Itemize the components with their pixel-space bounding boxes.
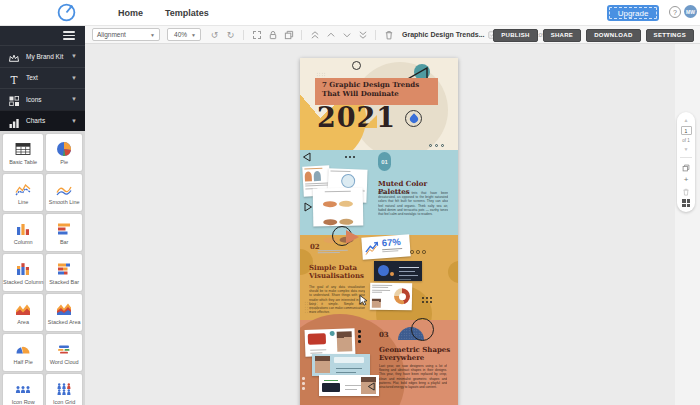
chart-type-word-cloud[interactable]: Word Cloud [46, 334, 82, 371]
toolbar-actions: PUBLISHSHAREDOWNLOADSETTINGS [493, 29, 694, 42]
chart-type-icon-row[interactable]: Icon Row [3, 374, 43, 405]
bring-to-front-icon[interactable] [309, 29, 320, 40]
chart-type-column[interactable]: Column [3, 214, 43, 251]
chart-type-basic-table[interactable]: Basic Table [3, 134, 43, 171]
page-overview-icon[interactable] [682, 199, 690, 207]
send-to-back-icon[interactable] [357, 29, 368, 40]
chart-type-label: Pie [60, 159, 68, 165]
geo-example-card[interactable] [312, 354, 370, 376]
bring-forward-icon[interactable] [325, 29, 336, 40]
undo-icon[interactable]: ↺ [209, 29, 220, 40]
section-body-text[interactable]: The goal of any data visualization shoul… [309, 285, 365, 315]
mustard-circle-deco [448, 261, 458, 283]
palette-example-card[interactable] [313, 188, 364, 227]
triangle-outline-left-icon [367, 382, 376, 391]
chart-type-line[interactable]: Line [3, 174, 43, 211]
ring-outline-shape [411, 318, 434, 341]
chart-type-half-pie[interactable]: Half Pie [3, 334, 43, 371]
sidebar-menu: My Brand Kit▼TText▼Icons▼Charts▼ [0, 45, 85, 131]
icon-grid-chart-icon [56, 381, 72, 397]
settings-button[interactable]: SETTINGS [646, 29, 694, 42]
app-window: HomeTemplates Upgrade ? MW Alignment ▼ 4… [0, 0, 700, 405]
chart-type-stacked-area[interactable]: Stacked Area [46, 294, 82, 331]
stacked-column-chart-icon [15, 261, 31, 277]
infographic-header[interactable]: 7 Graphic Design Trends That Will Domina… [300, 58, 458, 150]
dark-chart-card[interactable] [374, 261, 422, 281]
share-button[interactable]: SHARE [543, 29, 582, 42]
zoom-value: 40% [174, 31, 187, 38]
duplicate-page-icon[interactable] [682, 163, 691, 172]
small-ring-shape [352, 61, 361, 70]
section-geometric-shapes-everywhere[interactable]: 03 Geometric Shapes Everywhere Last year… [300, 320, 458, 405]
page-total-label: of 1 [682, 138, 690, 143]
page-down-icon[interactable]: ▼ [684, 146, 689, 152]
charts-grid: Basic TablePieLineSmooth LineColumnBarSt… [0, 131, 85, 405]
section-heading[interactable]: Simple Data Visualisations [309, 264, 364, 280]
smooth-line-chart-icon [56, 181, 72, 197]
upgrade-button[interactable]: Upgrade [607, 5, 659, 21]
zoom-dropdown[interactable]: 40% ▼ [167, 28, 201, 41]
sidebar-item-text[interactable]: TText▼ [0, 67, 85, 89]
lock-icon[interactable] [267, 29, 278, 40]
chart-type-stacked-bar[interactable]: Stacked Bar [46, 254, 82, 291]
section-body-text[interactable]: Last year, we saw designers using a lot … [379, 364, 447, 398]
alignment-dropdown-label: Alignment [97, 31, 126, 38]
chart-type-label: Word Cloud [50, 359, 79, 365]
infographic-page[interactable]: 7 Graphic Design Trends That Will Domina… [300, 58, 458, 405]
three-rings-deco [410, 250, 426, 254]
sidebar-item-charts[interactable]: Charts▼ [0, 110, 85, 132]
avatar[interactable]: MW [684, 5, 697, 18]
sidebar-item-label: Text [26, 74, 38, 81]
help-button[interactable]: ? [669, 6, 681, 18]
sidebar-item-my-brand-kit[interactable]: My Brand Kit▼ [0, 45, 85, 67]
section-body-text[interactable]: Muted colors are tints that have been de… [378, 191, 448, 223]
divider [375, 30, 376, 40]
download-button[interactable]: DOWNLOAD [586, 29, 640, 42]
chart-type-smooth-line[interactable]: Smooth Line [46, 174, 82, 211]
nav-links: HomeTemplates [118, 0, 209, 26]
brand-logo-icon[interactable] [57, 3, 76, 22]
chevron-down-icon: ▼ [71, 75, 77, 81]
donut-chart-card[interactable] [370, 283, 412, 311]
chart-type-pie[interactable]: Pie [46, 134, 82, 171]
geo-example-card[interactable] [305, 328, 356, 357]
chart-type-label: Icon Row [12, 399, 35, 405]
pie-chart-icon [56, 141, 72, 157]
drop-ring-shape [405, 110, 422, 127]
send-backward-icon[interactable] [341, 29, 352, 40]
charts-icon [8, 115, 20, 127]
add-page-icon[interactable]: + [682, 175, 691, 184]
top-navbar: HomeTemplates Upgrade ? MW [0, 0, 700, 26]
chart-type-stacked-column[interactable]: Stacked Column [3, 254, 43, 291]
page-up-icon[interactable]: ▲ [684, 117, 689, 123]
chart-type-label: Stacked Area [48, 319, 81, 325]
delete-page-icon[interactable] [682, 187, 691, 196]
yellow-triangle-shape [364, 115, 377, 128]
sidebar-item-icons[interactable]: Icons▼ [0, 88, 85, 110]
stat-card[interactable]: 67% [361, 234, 410, 259]
editor-canvas[interactable]: 7 Graphic Design Trends That Will Domina… [85, 44, 700, 405]
chart-type-bar[interactable]: Bar [46, 214, 82, 251]
duplicate-icon[interactable] [283, 29, 294, 40]
sidebar-item-label: Charts [26, 117, 45, 124]
alignment-dropdown[interactable]: Alignment ▼ [92, 28, 160, 41]
document-title[interactable]: Graphic Design Trends... [402, 31, 484, 38]
section-heading[interactable]: Geometric Shapes Everywhere [379, 346, 450, 362]
hamburger-menu-icon[interactable] [63, 29, 75, 42]
stacked-area-chart-icon [56, 301, 72, 317]
text-icon: T [8, 72, 20, 84]
section-muted-color-palettes[interactable]: 01 Muted Color Palettes Muted colors are… [300, 150, 458, 235]
delete-icon[interactable] [383, 29, 394, 40]
nav-link-templates[interactable]: Templates [165, 8, 209, 18]
chart-type-icon-grid[interactable]: Icon Grid [46, 374, 82, 405]
nav-link-home[interactable]: Home [118, 8, 143, 18]
page-number-input[interactable]: 1 [681, 126, 692, 135]
infographic-year[interactable]: 2021 [317, 102, 396, 133]
publish-button[interactable]: PUBLISH [493, 29, 537, 42]
redo-icon[interactable]: ↻ [225, 29, 236, 40]
title-banner[interactable]: 7 Graphic Design Trends That Will Domina… [315, 78, 438, 105]
vertical-dots-deco [358, 330, 361, 343]
select-area-icon[interactable] [251, 29, 262, 40]
chart-type-label: Area [17, 319, 29, 325]
chart-type-area[interactable]: Area [3, 294, 43, 331]
